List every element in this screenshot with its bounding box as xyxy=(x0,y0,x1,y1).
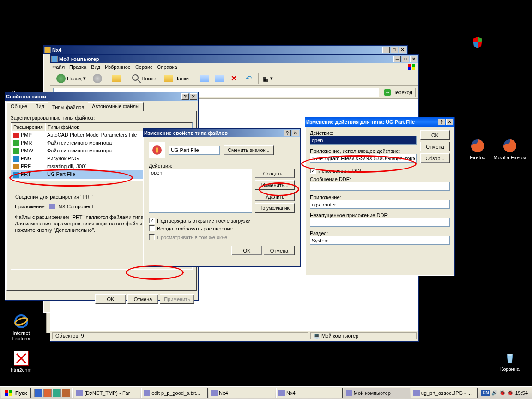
cancel-button[interactable]: Отмена xyxy=(264,246,295,255)
minimize-button[interactable]: ─ xyxy=(382,47,390,53)
forward-button[interactable]: → xyxy=(91,73,104,84)
same-window-checkbox: Просматривать в том же окне xyxy=(149,234,227,240)
help-button[interactable]: ? xyxy=(284,130,291,136)
label: Mozilla Firefox xyxy=(493,155,526,160)
actions-listbox[interactable]: open xyxy=(149,169,252,213)
tab-filetypes[interactable]: Типы файлов xyxy=(48,103,88,111)
titlebar[interactable]: Изменение свойств типа файлов ? ✕ xyxy=(143,129,300,137)
ql-icon[interactable] xyxy=(34,389,42,397)
hdr-ext[interactable]: Расширения xyxy=(11,123,45,131)
desktop-icon-recycle[interactable]: Корзина xyxy=(493,350,526,372)
back-button[interactable]: ←Назад ▾ xyxy=(53,73,89,84)
group-legend: Сведения для расширения ''PRT'' xyxy=(14,194,96,200)
menu-favorites[interactable]: Избранное xyxy=(105,64,131,70)
ql-icon[interactable] xyxy=(43,389,52,397)
dialog-title: Изменение действия для типа: UG Part Fil… xyxy=(306,119,437,125)
titlebar[interactable]: Свойства папки ? ✕ xyxy=(5,92,198,101)
desktop-icon-ie[interactable]: Internet Explorer xyxy=(5,314,38,341)
dde-topic-input[interactable] xyxy=(310,236,450,245)
dialog-edit-action: Изменение действия для типа: UG Part Fil… xyxy=(305,117,455,276)
ql-icon[interactable] xyxy=(62,389,70,397)
dde-app-label: Приложение: xyxy=(310,194,450,200)
ok-button[interactable]: OK xyxy=(95,294,126,304)
desktop-icon-htm2chm[interactable]: htm2chm xyxy=(5,351,38,373)
apply-button[interactable]: Применить xyxy=(160,294,194,304)
default-action-button[interactable]: По умолчанию xyxy=(255,203,295,213)
help-button[interactable]: ? xyxy=(438,119,445,125)
search-button[interactable]: Поиск xyxy=(129,73,159,84)
close-button[interactable]: ✕ xyxy=(190,93,197,100)
start-button[interactable]: Пуск xyxy=(1,388,31,398)
change-icon-button[interactable]: Сменить значок... xyxy=(224,145,274,155)
maximize-button[interactable]: □ xyxy=(391,47,398,53)
cancel-button[interactable]: Отмена xyxy=(420,142,450,151)
desktop-icon-firefox1[interactable]: Firefox xyxy=(461,139,494,160)
app-path-input[interactable] xyxy=(310,154,417,163)
menu-help[interactable]: Справка xyxy=(157,64,177,70)
show-ext-checkbox[interactable]: Всегда отображать расширение xyxy=(149,225,233,231)
actions-label: Действия: xyxy=(149,163,295,169)
views-button[interactable]: ▦ ▾ xyxy=(261,73,274,84)
taskbar-button[interactable]: ug_prt_assoc.JPG - ... xyxy=(411,388,478,398)
taskbar-button[interactable]: {D:\NET_TMP} - Far xyxy=(74,388,140,398)
tray-icon[interactable]: 🐞 xyxy=(499,390,506,396)
taskbar-button[interactable]: Мой компьютер xyxy=(344,388,410,398)
use-dde-checkbox[interactable]: ✓Использовать DDE xyxy=(310,168,363,174)
menu-view[interactable]: Вид xyxy=(91,64,100,70)
dde-norun-input[interactable] xyxy=(310,218,450,227)
taskbar-button[interactable]: Nx4 xyxy=(276,388,343,398)
edit-action-button[interactable]: Изменить... xyxy=(255,180,295,190)
lang-indicator[interactable]: EN xyxy=(481,390,490,396)
tab-view[interactable]: Вид xyxy=(31,102,48,111)
cancel-button[interactable]: Отмена xyxy=(127,294,158,304)
maximize-button[interactable]: □ xyxy=(402,56,409,62)
confirm-open-checkbox[interactable]: ✓Подтверждать открытие после загрузки xyxy=(149,218,251,224)
ok-button[interactable]: OK xyxy=(231,246,262,255)
help-button[interactable]: ? xyxy=(181,93,189,100)
tray-icon[interactable]: 🔊 xyxy=(491,390,498,396)
folders-button[interactable]: Папки xyxy=(161,73,192,84)
browse-button[interactable]: Обзор... xyxy=(420,153,450,163)
new-action-button[interactable]: Создать... xyxy=(255,169,295,178)
taskbar-button[interactable]: edit p_p_good_s.txt... xyxy=(141,388,208,398)
tray-icon[interactable]: 🐞 xyxy=(507,390,514,396)
go-button[interactable]: →Переход xyxy=(381,88,416,97)
copyto-button[interactable] xyxy=(213,73,226,84)
close-button[interactable]: ✕ xyxy=(292,130,299,136)
taskbar-button[interactable]: Nx4 xyxy=(209,388,275,398)
delete-button[interactable]: ✕ xyxy=(228,73,241,84)
delete-action-button[interactable]: Удалить xyxy=(255,192,295,201)
titlebar[interactable]: Изменение действия для типа: UG Part Fil… xyxy=(305,117,454,127)
htm2chm-icon xyxy=(14,351,29,366)
action-open[interactable]: open xyxy=(151,170,250,175)
quicklaunch xyxy=(32,388,73,398)
action-input[interactable] xyxy=(310,136,417,145)
label: Firefox xyxy=(461,155,494,160)
security-shield-icon xyxy=(472,36,483,50)
ql-icon[interactable] xyxy=(53,389,61,397)
close-button[interactable]: ✕ xyxy=(446,119,453,125)
menu-tools[interactable]: Сервис xyxy=(135,64,153,70)
ie-icon xyxy=(14,314,29,329)
desktop-icon-firefox2[interactable]: Mozilla Firefox xyxy=(493,139,526,160)
titlebar[interactable]: Мой компьютер ─ □ ✕ xyxy=(50,55,418,63)
dde-msg-input[interactable] xyxy=(310,182,450,191)
dde-app-input[interactable] xyxy=(310,200,450,209)
ok-button[interactable]: OK xyxy=(420,130,450,140)
close-button[interactable]: ✕ xyxy=(399,47,406,53)
tab-offline[interactable]: Автономные файлы xyxy=(88,102,144,111)
app-label: Приложение, исполняющее действие: xyxy=(310,148,417,154)
moveto-button[interactable] xyxy=(198,73,211,84)
up-button[interactable] xyxy=(110,73,123,84)
menu-file[interactable]: Файл xyxy=(52,64,65,70)
close-button[interactable]: ✕ xyxy=(410,56,417,62)
tab-general[interactable]: Общие xyxy=(6,102,31,111)
menu-edit[interactable]: Правка xyxy=(69,64,86,70)
toolbar: ←Назад ▾ → Поиск Папки ✕ ↶ ▦ ▾ xyxy=(50,71,418,86)
minimize-button[interactable]: ─ xyxy=(393,56,401,62)
window-title: Мой компьютер xyxy=(59,56,393,62)
clock[interactable]: 15:54 xyxy=(515,390,528,396)
undo-button[interactable]: ↶ xyxy=(242,73,255,84)
titlebar[interactable]: Nx4 ─ □ ✕ xyxy=(43,46,407,54)
type-name-input[interactable] xyxy=(169,146,220,155)
